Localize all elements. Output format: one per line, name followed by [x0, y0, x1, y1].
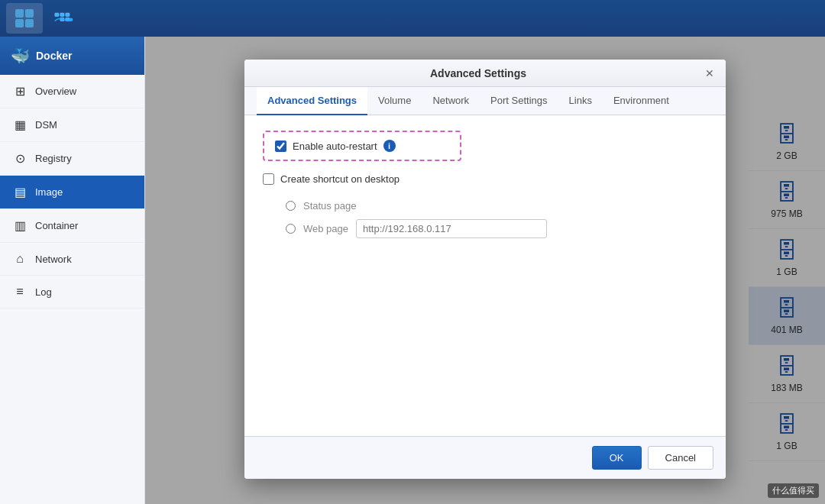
svg-rect-0: [15, 9, 24, 18]
radio-web-page-input[interactable]: [286, 224, 296, 234]
advanced-settings-dialog: Advanced Settings ✕ Advanced Settings Vo…: [244, 60, 726, 479]
main-area: 🐳 Docker ⊞ Overview ▦ DSM ⊙ Registry ▤ I…: [0, 37, 825, 504]
url-input[interactable]: [356, 219, 547, 238]
tab-advanced-settings[interactable]: Advanced Settings: [257, 87, 367, 115]
radio-status-page-input[interactable]: [286, 201, 296, 211]
tab-port-settings[interactable]: Port Settings: [480, 87, 558, 115]
sidebar-label-log: Log: [35, 286, 52, 298]
shortcut-label: Create shortcut on desktop: [280, 173, 400, 185]
docker-logo: 🐳: [11, 47, 30, 65]
sidebar-item-image[interactable]: ▤ Image: [0, 176, 144, 209]
sidebar: 🐳 Docker ⊞ Overview ▦ DSM ⊙ Registry ▤ I…: [0, 37, 145, 504]
tab-network[interactable]: Network: [422, 87, 480, 115]
dialog-footer: OK Cancel: [244, 436, 726, 479]
image-icon: ▤: [12, 185, 28, 199]
sidebar-item-log[interactable]: ≡ Log: [0, 276, 144, 309]
auto-restart-info-icon[interactable]: i: [383, 140, 396, 152]
sidebar-item-overview[interactable]: ⊞ Overview: [0, 75, 144, 108]
sidebar-title: Docker: [36, 50, 72, 62]
radio-web-page: Web page: [286, 219, 707, 238]
svg-rect-2: [15, 19, 24, 27]
log-icon: ≡: [12, 285, 28, 299]
tab-environment[interactable]: Environment: [603, 87, 680, 115]
dialog-title: Advanced Settings: [254, 67, 703, 79]
sidebar-label-registry: Registry: [35, 153, 72, 164]
dialog-body: Enable auto-restart i Create shortcut on…: [244, 115, 726, 436]
sidebar-item-container[interactable]: ▥ Container: [0, 209, 144, 243]
svg-rect-1: [25, 9, 34, 18]
svg-rect-3: [25, 19, 34, 27]
auto-restart-label: Enable auto-restart: [293, 141, 377, 152]
dialog-close-button[interactable]: ✕: [703, 66, 717, 80]
overview-icon: ⊞: [12, 84, 28, 99]
taskbar-package-manager[interactable]: [6, 3, 43, 34]
tab-volume[interactable]: Volume: [367, 87, 422, 115]
auto-restart-group: Enable auto-restart i: [263, 131, 461, 161]
svg-rect-4: [55, 13, 59, 16]
ok-button[interactable]: OK: [592, 446, 642, 470]
watermark: 什么值得买: [768, 483, 819, 498]
dsm-icon: ▦: [12, 118, 28, 132]
shortcut-checkbox[interactable]: [263, 173, 274, 185]
content-area: 🗄 2 GB 🗄 975 MB 🗄 1 GB 🗄 401 MB 🗄 183 MB…: [145, 37, 825, 504]
sidebar-item-dsm[interactable]: ▦ DSM: [0, 108, 144, 142]
sidebar-label-image: Image: [35, 186, 63, 198]
sidebar-label-network: Network: [35, 254, 72, 265]
radio-status-page-label: Status page: [303, 200, 356, 212]
modal-overlay: Advanced Settings ✕ Advanced Settings Vo…: [145, 37, 825, 504]
shortcut-row: Create shortcut on desktop: [263, 170, 707, 188]
svg-rect-5: [60, 13, 64, 16]
radio-group: Status page Web page: [286, 200, 707, 238]
sidebar-label-container: Container: [35, 220, 78, 231]
dialog-tabs: Advanced Settings Volume Network Port Se…: [244, 87, 726, 115]
network-icon: ⌂: [12, 252, 28, 266]
radio-status-page: Status page: [286, 200, 707, 212]
registry-icon: ⊙: [12, 151, 28, 166]
sidebar-item-network[interactable]: ⌂ Network: [0, 243, 144, 276]
sidebar-label-overview: Overview: [35, 86, 76, 97]
tab-links[interactable]: Links: [558, 87, 603, 115]
taskbar-docker[interactable]: [46, 3, 82, 34]
radio-web-page-label: Web page: [303, 223, 348, 234]
container-icon: ▥: [12, 218, 28, 233]
svg-rect-6: [66, 13, 70, 16]
sidebar-header: 🐳 Docker: [0, 37, 144, 75]
sidebar-item-registry[interactable]: ⊙ Registry: [0, 142, 144, 176]
cancel-button[interactable]: Cancel: [648, 446, 713, 470]
sidebar-label-dsm: DSM: [35, 119, 57, 131]
auto-restart-checkbox[interactable]: [275, 141, 286, 152]
dialog-titlebar: Advanced Settings ✕: [244, 60, 726, 87]
taskbar: [0, 0, 825, 37]
